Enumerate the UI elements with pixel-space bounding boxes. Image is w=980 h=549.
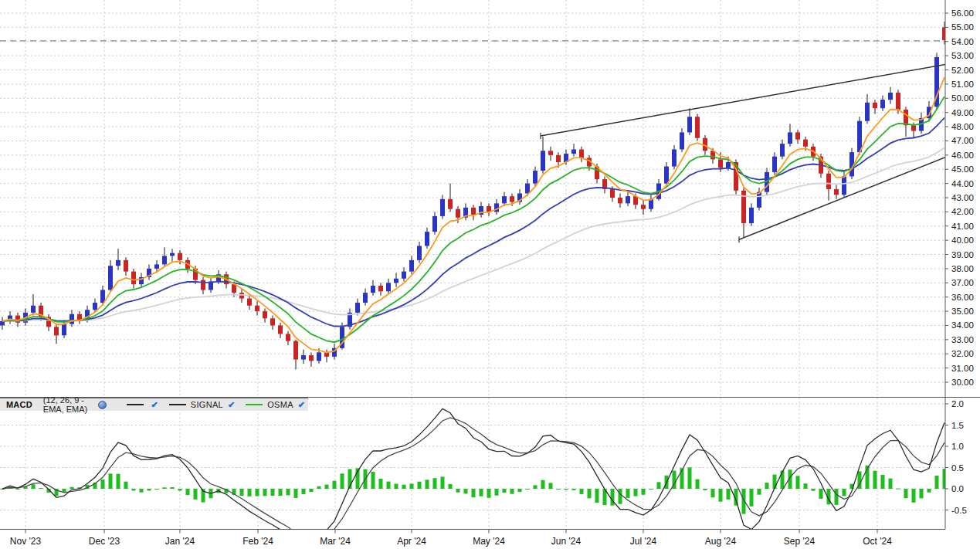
macd-panel	[1, 408, 947, 542]
svg-text:0.5: 0.5	[951, 463, 964, 473]
svg-text:44.00: 44.00	[951, 179, 974, 188]
svg-text:Apr '24: Apr '24	[397, 536, 426, 547]
svg-text:Mar '24: Mar '24	[320, 536, 351, 547]
svg-text:41.00: 41.00	[951, 222, 974, 231]
svg-text:1.0: 1.0	[951, 442, 964, 451]
svg-text:Feb '24: Feb '24	[242, 536, 273, 547]
svg-text:Jul '24: Jul '24	[630, 536, 657, 547]
svg-text:50.00: 50.00	[951, 93, 974, 103]
svg-text:39.00: 39.00	[951, 250, 974, 259]
svg-text:Jun '24: Jun '24	[551, 536, 582, 547]
svg-text:35.00: 35.00	[951, 307, 974, 316]
signal-line	[2, 418, 944, 539]
svg-text:40.00: 40.00	[951, 236, 974, 245]
svg-text:55.00: 55.00	[951, 22, 974, 32]
svg-text:48.00: 48.00	[951, 122, 974, 131]
price-axis: 56.0055.0054.0053.0052.0051.0050.0049.00…	[945, 8, 974, 387]
svg-text:Jan '24: Jan '24	[165, 536, 195, 547]
svg-text:53.00: 53.00	[951, 51, 974, 60]
signal-label: SIGNAL	[191, 400, 223, 409]
stock-chart-window: 56.0055.0054.0053.0052.0051.0050.0049.00…	[0, 0, 980, 549]
svg-text:30.00: 30.00	[951, 378, 974, 387]
svg-text:31.00: 31.00	[951, 364, 974, 373]
svg-text:May '24: May '24	[473, 536, 505, 547]
price-panel	[0, 22, 963, 369]
macd-checkbox-checked-icon[interactable]: ✔	[151, 401, 158, 409]
signal-line-swatch	[169, 404, 186, 405]
svg-text:36.00: 36.00	[951, 293, 974, 302]
svg-text:54.00: 54.00	[951, 37, 974, 46]
svg-text:38.00: 38.00	[951, 264, 974, 273]
candles-layer	[0, 22, 947, 369]
svg-text:2.0: 2.0	[951, 399, 964, 408]
svg-text:Sep '24: Sep '24	[784, 536, 816, 547]
svg-text:47.00: 47.00	[951, 136, 974, 145]
svg-text:33.00: 33.00	[951, 335, 974, 344]
svg-text:51.00: 51.00	[951, 80, 974, 89]
globe-icon[interactable]	[98, 401, 107, 409]
grid-layer	[0, 0, 945, 530]
svg-text:56.00: 56.00	[951, 8, 974, 18]
svg-text:-0.5: -0.5	[951, 506, 967, 515]
macd-params: (12, 26, 9 - EMA, EMA)	[43, 395, 92, 414]
price-macd-chart[interactable]: 56.0055.0054.0053.0052.0051.0050.0049.00…	[0, 0, 980, 549]
time-axis: Nov '23Dec '23Jan '24Feb '24Mar '24Apr '…	[10, 530, 892, 547]
svg-text:1.5: 1.5	[951, 421, 964, 430]
osma-checkbox-checked-icon[interactable]: ✔	[298, 401, 305, 409]
svg-text:49.00: 49.00	[951, 108, 974, 117]
axis-labels: 56.0055.0054.0053.0052.0051.0050.0049.00…	[10, 8, 974, 547]
macd-axis: 2.01.51.00.50.0-0.5	[945, 399, 967, 515]
svg-text:Oct '24: Oct '24	[863, 536, 892, 547]
svg-text:34.00: 34.00	[951, 320, 974, 330]
osma-swatch	[246, 404, 263, 405]
svg-text:Aug '24: Aug '24	[705, 536, 737, 547]
svg-text:Dec '23: Dec '23	[89, 536, 120, 547]
svg-text:Nov '23: Nov '23	[10, 536, 42, 547]
macd-indicator-title: MACD	[6, 400, 32, 409]
macd-legend-bar: MACD (12, 26, 9 - EMA, EMA) ✔ SIGNAL ✔ O…	[0, 398, 308, 411]
svg-text:0.0: 0.0	[951, 484, 964, 493]
svg-text:52.00: 52.00	[951, 66, 974, 75]
osma-histogram	[1, 466, 947, 514]
svg-text:32.00: 32.00	[951, 349, 974, 358]
signal-checkbox-checked-icon[interactable]: ✔	[228, 401, 235, 409]
svg-text:43.00: 43.00	[951, 193, 974, 202]
svg-text:46.00: 46.00	[951, 151, 974, 160]
macd-line-swatch	[127, 404, 144, 405]
osma-label: OSMA	[267, 400, 293, 409]
svg-text:45.00: 45.00	[951, 164, 974, 174]
svg-text:37.00: 37.00	[951, 278, 974, 287]
ema-long-line	[2, 148, 944, 321]
svg-text:42.00: 42.00	[951, 207, 974, 216]
